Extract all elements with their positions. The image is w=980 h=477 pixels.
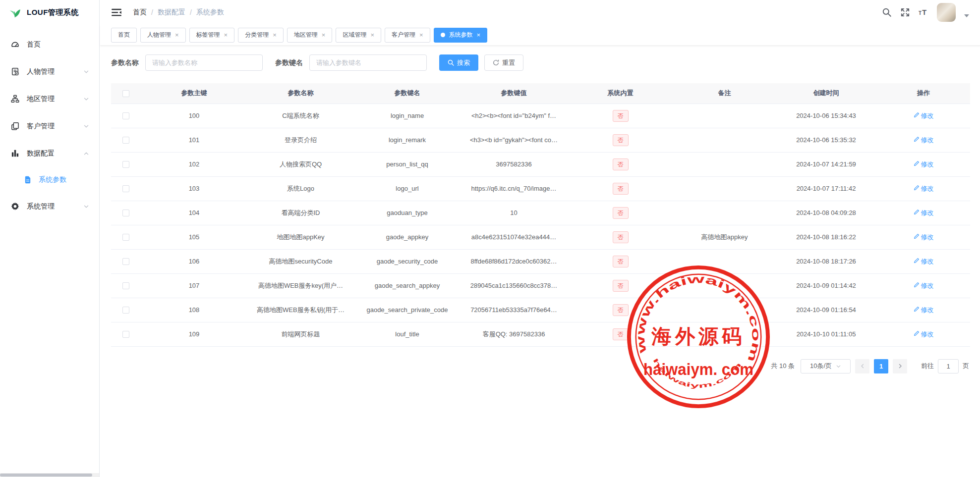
fullscreen-icon[interactable] <box>900 7 910 17</box>
page-size-select[interactable]: 10条/页 <box>801 359 851 373</box>
pencil-icon <box>914 306 920 314</box>
refresh-icon <box>493 59 499 66</box>
row-checkbox[interactable] <box>122 112 129 119</box>
cell-param-key: gaoduan_type <box>354 201 461 225</box>
tab-close-icon[interactable]: × <box>419 32 423 38</box>
cell-remark <box>674 152 775 176</box>
param-name-input[interactable] <box>145 54 263 71</box>
font-size-icon[interactable]: T T <box>919 7 928 17</box>
sidebar-subitem-sysparam[interactable]: 系统参数 <box>0 167 99 193</box>
cell-param-id: 102 <box>141 152 247 176</box>
breadcrumb-home[interactable]: 首页 <box>133 8 147 17</box>
cell-remark <box>674 298 775 322</box>
sidebar-item-label: 客户管理 <box>27 122 83 131</box>
tab-close-icon[interactable]: × <box>224 32 228 38</box>
row-checkbox[interactable] <box>122 307 129 314</box>
pencil-icon <box>914 112 920 119</box>
edit-link[interactable]: 修改 <box>914 160 934 169</box>
breadcrumb-separator: / <box>190 8 192 16</box>
cell-created-time: 2024-10-09 01:14:42 <box>775 273 877 298</box>
row-checkbox[interactable] <box>122 258 129 265</box>
app-window: LOUF管理系统 首页人物管理地区管理客户管理数据配置系统参数系统管理 首页 /… <box>0 0 980 477</box>
tab-label: 客户管理 <box>392 31 415 39</box>
tab-地区管理[interactable]: 地区管理× <box>287 28 333 43</box>
sidebar-item-data[interactable]: 数据配置 <box>0 140 99 167</box>
sidebar-item-region[interactable]: 地区管理 <box>0 85 99 112</box>
chevron-down-icon <box>83 204 89 210</box>
search-icon[interactable] <box>882 7 892 17</box>
sidebar-scrollbar[interactable] <box>0 473 99 477</box>
sidebar-item-system[interactable]: 系统管理 <box>0 193 99 220</box>
person-doc-icon <box>11 67 20 76</box>
edit-link[interactable]: 修改 <box>914 281 934 290</box>
edit-link[interactable]: 修改 <box>914 209 934 217</box>
edit-link[interactable]: 修改 <box>914 233 934 242</box>
collapse-menu-icon[interactable] <box>111 7 122 18</box>
edit-link[interactable]: 修改 <box>914 136 934 145</box>
builtin-badge: 否 <box>613 231 629 243</box>
tab-close-icon[interactable]: × <box>273 32 277 38</box>
edit-link[interactable]: 修改 <box>914 184 934 193</box>
builtin-badge: 否 <box>613 280 629 292</box>
cell-param-key: gaode_security_code <box>354 249 461 273</box>
chevron-down-icon <box>83 123 89 129</box>
row-checkbox[interactable] <box>122 137 129 144</box>
row-checkbox[interactable] <box>122 282 129 289</box>
chevron-down-icon[interactable] <box>964 14 969 17</box>
tab-系统参数[interactable]: 系统参数× <box>434 28 488 43</box>
row-checkbox[interactable] <box>122 331 129 338</box>
sidebar-item-person[interactable]: 人物管理 <box>0 58 99 85</box>
document-icon <box>24 176 32 184</box>
next-page-button[interactable] <box>893 359 907 373</box>
edit-link[interactable]: 修改 <box>914 111 934 120</box>
tab-label: 区域管理 <box>343 31 366 39</box>
cell-param-id: 105 <box>141 225 247 249</box>
cell-param-name: 高德地图WEB服务key(用户… <box>247 273 354 298</box>
cell-remark: 高德地图appkey <box>674 225 775 249</box>
reset-button[interactable]: 重置 <box>484 54 523 71</box>
tab-分类管理[interactable]: 分类管理× <box>238 28 284 43</box>
goto-page-input[interactable] <box>938 359 959 373</box>
tab-首页[interactable]: 首页 <box>111 28 137 43</box>
edit-link[interactable]: 修改 <box>914 306 934 315</box>
table-row: 101登录页介绍login_remark<h3><b id="gykah"><f… <box>111 128 970 152</box>
pencil-icon <box>914 160 920 168</box>
tab-label: 地区管理 <box>294 31 318 39</box>
row-checkbox[interactable] <box>122 185 129 192</box>
row-checkbox[interactable] <box>122 210 129 216</box>
tab-标签管理[interactable]: 标签管理× <box>189 28 235 43</box>
param-key-input[interactable] <box>309 54 427 71</box>
tab-客户管理[interactable]: 客户管理× <box>385 28 430 43</box>
cell-param-value: https://q6.itc.cn/q_70/image… <box>461 176 567 201</box>
tab-bar: 首页人物管理×标签管理×分类管理×地区管理×区域管理×客户管理×系统参数× <box>100 25 980 46</box>
search-button[interactable]: 搜索 <box>439 54 478 71</box>
edit-link[interactable]: 修改 <box>914 257 934 266</box>
tab-label: 人物管理 <box>147 31 171 39</box>
copy-icon <box>11 122 20 131</box>
select-all-checkbox[interactable] <box>122 90 129 97</box>
tab-区域管理[interactable]: 区域管理× <box>336 28 381 43</box>
sidebar-item-home[interactable]: 首页 <box>0 31 99 58</box>
prev-page-button[interactable] <box>855 359 869 373</box>
avatar[interactable] <box>937 3 956 22</box>
page-number-button[interactable]: 1 <box>874 359 888 373</box>
tab-close-icon[interactable]: × <box>175 32 179 38</box>
tab-close-icon[interactable]: × <box>370 32 374 38</box>
tab-人物管理[interactable]: 人物管理× <box>140 28 186 43</box>
edit-link[interactable]: 修改 <box>914 330 934 339</box>
cell-param-value: 289045ca1c135660c8cc378… <box>461 273 567 298</box>
cell-param-name: 地图地图appKey <box>247 225 354 249</box>
sidebar-item-customer[interactable]: 客户管理 <box>0 112 99 140</box>
tab-close-icon[interactable]: × <box>477 32 481 38</box>
cell-remark <box>674 176 775 201</box>
tab-close-icon[interactable]: × <box>322 32 326 38</box>
cell-param-name: C端系统名称 <box>247 104 354 128</box>
cell-param-id: 100 <box>141 104 247 128</box>
table-row: 102人物搜索页QQperson_list_qq3697582336否2024-… <box>111 152 970 176</box>
col-header: 参数主键 <box>141 83 247 104</box>
row-checkbox[interactable] <box>122 161 129 168</box>
tab-label: 系统参数 <box>449 31 473 39</box>
table-row: 108高德地图WEB服务私钥(用于…gaode_search_private_c… <box>111 298 970 322</box>
row-checkbox[interactable] <box>122 234 129 241</box>
cell-param-name: 高德地图securityCode <box>247 249 354 273</box>
